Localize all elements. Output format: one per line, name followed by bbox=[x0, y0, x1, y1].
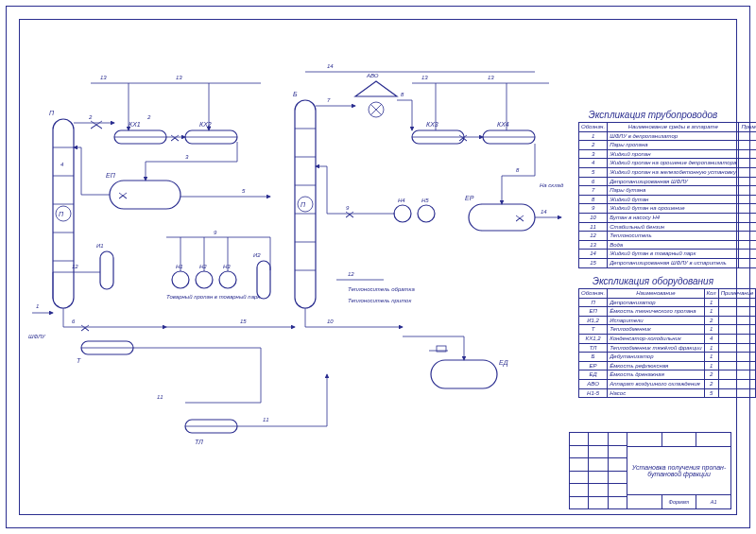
heat-exchanger-tl: ТЛ bbox=[185, 420, 237, 445]
table-row: ТТеплообменник1 bbox=[579, 325, 756, 335]
col-qty: Кол bbox=[704, 289, 718, 299]
svg-text:11: 11 bbox=[157, 394, 163, 400]
cell-note bbox=[718, 379, 756, 388]
cell-n: Б bbox=[579, 353, 608, 362]
pipes-table: Обознач. Наименование среды в аппарате П… bbox=[578, 122, 756, 268]
table-row: 14Жидкий бутан в товарный парк bbox=[579, 250, 757, 259]
svg-text:КХ3: КХ3 bbox=[426, 121, 438, 128]
cell-qty: 2 bbox=[704, 316, 718, 325]
table-row: ЕРЁмкость рефлюксная1 bbox=[579, 361, 756, 370]
cell-n: 8 bbox=[579, 195, 608, 204]
table-row: 5Жидкий пропан на железобетонную установ… bbox=[579, 167, 757, 177]
cell-note bbox=[718, 343, 756, 353]
svg-text:Н3: Н3 bbox=[223, 264, 231, 269]
table-row: ЕПЁмкость технического пропана1 bbox=[579, 307, 756, 317]
svg-rect-23 bbox=[257, 261, 270, 299]
cell-name: Стабильный бензин bbox=[608, 222, 739, 232]
svg-point-17 bbox=[196, 271, 213, 288]
svg-point-15 bbox=[172, 271, 189, 288]
cell-note bbox=[739, 141, 756, 150]
heat-exchanger-t: Т bbox=[77, 341, 133, 364]
cell-name: Теплообменник bbox=[608, 325, 704, 335]
svg-text:Т: Т bbox=[77, 357, 81, 364]
col-name: Наименование bbox=[608, 289, 704, 299]
svg-text:9: 9 bbox=[346, 205, 350, 211]
svg-rect-51 bbox=[469, 204, 535, 231]
svg-rect-57 bbox=[431, 360, 497, 388]
svg-text:14: 14 bbox=[327, 63, 334, 69]
cell-n: 1 bbox=[579, 131, 608, 141]
svg-text:КХ1: КХ1 bbox=[129, 121, 141, 128]
cell-name: Дебутанизатор bbox=[608, 353, 704, 362]
cell-note bbox=[739, 167, 756, 177]
svg-text:2: 2 bbox=[88, 114, 93, 120]
cell-n: 14 bbox=[579, 250, 608, 259]
svg-point-55 bbox=[418, 205, 435, 222]
svg-text:10: 10 bbox=[327, 319, 334, 324]
format-label: Формат bbox=[662, 495, 697, 508]
equipment-table-block: Экспликация оборудования Обознач. Наимен… bbox=[578, 276, 728, 398]
cell-name: Жидкий пропан на орошение депропанизатор… bbox=[608, 159, 739, 168]
table-row: 10Бутан в насосу Н4 bbox=[579, 213, 757, 222]
cell-n: АВО bbox=[579, 379, 608, 388]
cell-n: П bbox=[579, 298, 608, 307]
cell-note bbox=[739, 250, 756, 259]
cell-n: 11 bbox=[579, 222, 608, 232]
cell-n: 9 bbox=[579, 204, 608, 214]
svg-text:ШФЛУ: ШФЛУ bbox=[28, 334, 46, 339]
table-row: 9Жидкий бутан на орошение bbox=[579, 204, 757, 214]
cell-name: Жидкий пропан bbox=[608, 149, 739, 159]
cell-note bbox=[718, 361, 756, 370]
pipes-table-title: Экспликация трубопроводов bbox=[578, 110, 728, 120]
cell-n: ТЛ bbox=[579, 343, 608, 353]
table-row: 13Вода bbox=[579, 240, 757, 250]
cell-n: ЕД bbox=[579, 370, 608, 380]
cell-name: Насос bbox=[608, 388, 704, 398]
cell-n: 3 bbox=[579, 149, 608, 159]
svg-text:13: 13 bbox=[421, 75, 428, 80]
cell-note bbox=[718, 370, 756, 380]
svg-text:15: 15 bbox=[240, 319, 247, 324]
svg-text:Теплоноситель приток: Теплоноситель приток bbox=[348, 298, 412, 303]
cell-n: И1,2 bbox=[579, 316, 608, 325]
svg-text:1: 1 bbox=[36, 303, 39, 309]
svg-text:2: 2 bbox=[146, 114, 151, 120]
svg-text:Н2: Н2 bbox=[199, 264, 207, 269]
table-row: 8Жидкий бутан bbox=[579, 195, 757, 204]
cell-name: Конденсатор-холодильник bbox=[608, 334, 704, 343]
svg-text:ЕР: ЕР bbox=[465, 195, 474, 201]
cell-note bbox=[718, 307, 756, 317]
table-row: 12Теплоноситель bbox=[579, 232, 757, 241]
svg-text:Б: Б bbox=[293, 91, 298, 97]
cell-note bbox=[739, 131, 756, 141]
svg-text:АВО: АВО bbox=[366, 73, 379, 78]
cell-n: КХ1,2 bbox=[579, 334, 608, 343]
cell-note bbox=[739, 204, 756, 214]
table-row: 15Депропанизированная ШФЛУ в испаритель bbox=[579, 258, 757, 267]
cell-name: Жидкий бутан bbox=[608, 195, 739, 204]
svg-text:8: 8 bbox=[401, 92, 404, 97]
piping: 1 ШФЛУ 2 2 13 13 3 4 5 6 bbox=[28, 63, 564, 426]
evaporator-i2: И2 bbox=[253, 252, 270, 299]
cell-name: Депропанизированная ШФЛУ bbox=[608, 177, 739, 186]
cell-qty: 1 bbox=[704, 307, 718, 317]
svg-text:3: 3 bbox=[185, 154, 189, 160]
svg-text:КХ4: КХ4 bbox=[497, 121, 509, 128]
cell-name: Ёмкость технического пропана bbox=[608, 307, 704, 317]
cell-note bbox=[718, 325, 756, 335]
table-row: ПДепропанизатор1 bbox=[579, 298, 756, 307]
title-block: Установка получения пропан-бутановой фра… bbox=[569, 432, 731, 509]
svg-text:П: П bbox=[301, 201, 306, 208]
cell-name: Пары пропана bbox=[608, 141, 739, 150]
svg-text:9: 9 bbox=[214, 230, 217, 235]
cell-n: 5 bbox=[579, 167, 608, 177]
cell-name: Жидкий бутан на орошение bbox=[608, 204, 739, 214]
table-row: АВОАппарат воздушного охлаждения2 bbox=[579, 379, 756, 388]
pump-n4: Н4 bbox=[394, 198, 411, 222]
cell-name: Ёмкость рефлюксная bbox=[608, 361, 704, 370]
svg-text:5: 5 bbox=[242, 188, 246, 194]
vessel-ed: ЕД bbox=[431, 359, 508, 388]
cell-note bbox=[718, 334, 756, 343]
label-column-p: П bbox=[59, 211, 64, 217]
svg-text:7: 7 bbox=[327, 97, 331, 103]
